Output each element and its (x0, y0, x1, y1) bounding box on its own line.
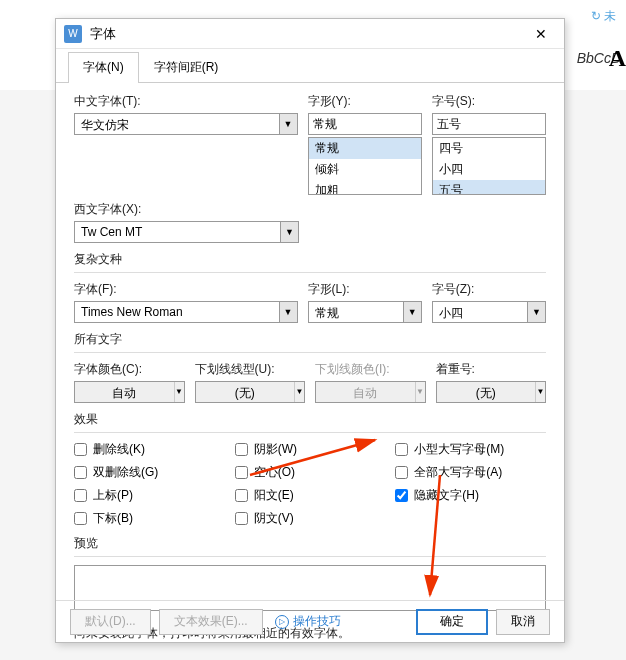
complex-section-label: 复杂文种 (74, 251, 546, 268)
chevron-down-icon: ▼ (403, 302, 421, 322)
checkbox-emboss[interactable]: 阳文(E) (235, 487, 386, 504)
chevron-down-icon: ▼ (279, 114, 297, 134)
complex-style-label: 字形(L): (308, 281, 422, 298)
list-item[interactable]: 小四 (433, 159, 545, 180)
titlebar: W 字体 ✕ (56, 19, 564, 49)
complex-style-combo[interactable]: 常规 ▼ (308, 301, 422, 323)
font-size-label: 字号(S): (432, 93, 546, 110)
cancel-button[interactable]: 取消 (496, 609, 550, 635)
chinese-font-combo[interactable]: 华文仿宋 ▼ (74, 113, 298, 135)
text-effects-button[interactable]: 文本效果(E)... (159, 609, 263, 635)
checkbox-double-strikethrough[interactable]: 双删除线(G) (74, 464, 225, 481)
tab-spacing[interactable]: 字符间距(R) (139, 52, 234, 82)
ok-button[interactable]: 确定 (416, 609, 488, 635)
complex-size-combo[interactable]: 小四 ▼ (432, 301, 546, 323)
western-font-combo[interactable]: Tw Cen MT ▼ (74, 221, 299, 243)
play-icon: ▷ (275, 615, 289, 629)
underline-style-label: 下划线线型(U): (195, 361, 306, 378)
font-color-label: 字体颜色(C): (74, 361, 185, 378)
tab-bar: 字体(N) 字符间距(R) (56, 49, 564, 83)
chinese-font-label: 中文字体(T): (74, 93, 298, 110)
complex-font-label: 字体(F): (74, 281, 298, 298)
list-item[interactable]: 加粗 (309, 180, 421, 195)
style-preview-bg2: A (609, 45, 626, 72)
chevron-down-icon: ▼ (527, 302, 545, 322)
tips-link[interactable]: ▷ 操作技巧 (275, 613, 341, 630)
complex-font-combo[interactable]: Times New Roman ▼ (74, 301, 298, 323)
font-style-listbox[interactable]: 常规 倾斜 加粗 (308, 137, 422, 195)
checkbox-strikethrough[interactable]: 删除线(K) (74, 441, 225, 458)
font-size-listbox[interactable]: 四号 小四 五号 (432, 137, 546, 195)
default-button[interactable]: 默认(D)... (70, 609, 151, 635)
list-item[interactable]: 倾斜 (309, 159, 421, 180)
refresh-indicator: ↻ 未 (591, 8, 616, 25)
complex-size-label: 字号(Z): (432, 281, 546, 298)
western-font-label: 西文字体(X): (74, 201, 299, 218)
checkbox-shadow[interactable]: 阴影(W) (235, 441, 386, 458)
list-item[interactable]: 四号 (433, 138, 545, 159)
underline-color-label: 下划线颜色(I): (315, 361, 426, 378)
font-color-dropdown[interactable]: 自动▼ (74, 381, 185, 403)
tab-font[interactable]: 字体(N) (68, 52, 139, 82)
checkbox-all-caps[interactable]: 全部大写字母(A) (395, 464, 546, 481)
list-item[interactable]: 常规 (309, 138, 421, 159)
font-style-input[interactable] (308, 113, 422, 135)
dialog-title: 字体 (90, 25, 526, 43)
checkbox-small-caps[interactable]: 小型大写字母(M) (395, 441, 546, 458)
button-bar: 默认(D)... 文本效果(E)... ▷ 操作技巧 确定 取消 (56, 600, 564, 642)
preview-section-label: 预览 (74, 535, 546, 552)
effects-section-label: 效果 (74, 411, 546, 428)
emphasis-dropdown[interactable]: (无)▼ (436, 381, 547, 403)
close-button[interactable]: ✕ (526, 26, 556, 42)
app-icon: W (64, 25, 82, 43)
underline-color-dropdown: 自动▼ (315, 381, 426, 403)
checkbox-hidden[interactable]: 隐藏文字(H) (395, 487, 546, 504)
checkbox-subscript[interactable]: 下标(B) (74, 510, 225, 527)
list-item[interactable]: 五号 (433, 180, 545, 195)
chevron-down-icon: ▼ (280, 222, 298, 242)
checkbox-hollow[interactable]: 空心(O) (235, 464, 386, 481)
font-dialog: W 字体 ✕ 字体(N) 字符间距(R) 中文字体(T): 华文仿宋 ▼ 字形(… (55, 18, 565, 643)
emphasis-label: 着重号: (436, 361, 547, 378)
alltext-section-label: 所有文字 (74, 331, 546, 348)
font-size-input[interactable] (432, 113, 546, 135)
chevron-down-icon: ▼ (279, 302, 297, 322)
font-style-label: 字形(Y): (308, 93, 422, 110)
checkbox-superscript[interactable]: 上标(P) (74, 487, 225, 504)
checkbox-engrave[interactable]: 阴文(V) (235, 510, 386, 527)
underline-style-dropdown[interactable]: (无)▼ (195, 381, 306, 403)
